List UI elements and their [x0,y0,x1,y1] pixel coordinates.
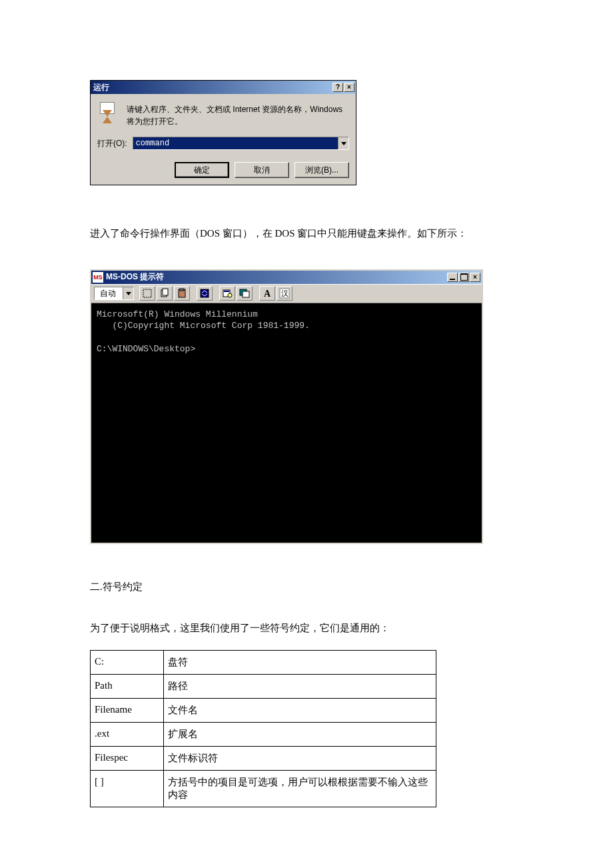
dos-console[interactable]: Microsoft(R) Windows Millennium (C)Copyr… [91,303,482,543]
desc-cell: 盘符 [164,651,436,675]
paragraph-1: 进入了命令行操作界面（DOS 窗口），在 DOS 窗口中只能用键盘来操作。如下所… [90,225,526,243]
close-button[interactable]: × [470,273,480,282]
fullscreen-icon[interactable] [197,286,213,301]
paragraph-2: 为了便于说明格式，这里我们使用了一些符号约定，它们是通用的： [90,620,526,637]
desc-cell: 文件名 [164,699,436,723]
open-combobox[interactable] [133,137,349,150]
table-row: C: 盘符 [91,651,436,675]
section-2-heading: 二.符号约定 [90,581,526,593]
maximize-button[interactable] [458,273,469,282]
ok-button[interactable]: 确定 [175,162,229,178]
background-icon[interactable] [237,286,253,301]
symbol-cell: Filespec [91,747,164,771]
svg-text:A: A [264,289,271,299]
open-label: 打开(O): [97,138,127,149]
svg-rect-10 [243,291,249,297]
chevron-down-icon[interactable] [338,137,348,149]
dos-title: MS-DOS 提示符 [106,271,164,283]
paste-icon[interactable] [174,286,190,301]
ime-icon[interactable]: 汉 [277,286,293,301]
conventions-table: C: 盘符 Path 路径 Filename 文件名 .ext 扩展名 File… [90,650,436,807]
symbol-cell: C: [91,651,164,675]
desc-cell: 扩展名 [164,723,436,747]
font-icon[interactable]: A [259,286,275,301]
svg-rect-2 [163,289,168,295]
table-row: [ ] 方括号中的项目是可选项，用户可以根根据需要不输入这些内容 [91,771,436,807]
svg-rect-7 [224,291,229,292]
symbol-cell: Filename [91,699,164,723]
console-line: (C)Copyright Microsoft Corp 1981-1999. [97,321,310,331]
svg-rect-4 [180,289,184,291]
font-size-value: 自动 [95,288,123,299]
dos-titlebar: MS MS-DOS 提示符 × [91,271,482,284]
run-icon [97,102,120,125]
font-size-combo[interactable]: 自动 [94,287,134,300]
dos-toolbar: 自动 A [91,284,482,303]
copy-icon[interactable] [157,286,173,301]
help-button[interactable]: ? [332,83,343,92]
desc-cell: 文件标识符 [164,747,436,771]
symbol-cell: Path [91,675,164,699]
mark-icon[interactable] [139,286,155,301]
desc-cell: 路径 [164,675,436,699]
dos-window: MS MS-DOS 提示符 × 自动 [90,269,483,544]
close-button[interactable]: × [344,83,354,92]
table-row: Filespec 文件标识符 [91,747,436,771]
chevron-down-icon[interactable] [123,287,133,299]
run-dialog: 运行 ? × 请键入程序、文件夹、文档或 Internet 资源的名称，Wind… [90,80,356,185]
console-line: Microsoft(R) Windows Millennium [97,309,258,319]
svg-rect-0 [143,289,151,297]
minimize-button[interactable] [447,273,458,282]
table-row: .ext 扩展名 [91,723,436,747]
cancel-button[interactable]: 取消 [235,162,289,178]
svg-point-8 [228,293,232,297]
run-titlebar: 运行 ? × [91,81,356,94]
table-row: Filename 文件名 [91,699,436,723]
symbol-cell: [ ] [91,771,164,807]
msdos-app-icon: MS [93,272,103,283]
table-row: Path 路径 [91,675,436,699]
desc-cell: 方括号中的项目是可选项，用户可以根根据需要不输入这些内容 [164,771,436,807]
symbol-cell: .ext [91,723,164,747]
run-description: 请键入程序、文件夹、文档或 Internet 资源的名称，Windows 将为您… [127,102,349,127]
console-line: C:\WINDOWS\Desktop> [97,344,195,354]
browse-button[interactable]: 浏览(B)... [295,162,349,178]
open-input[interactable] [133,137,338,149]
properties-icon[interactable] [219,286,235,301]
svg-text:汉: 汉 [281,289,289,297]
run-title: 运行 [93,82,109,93]
